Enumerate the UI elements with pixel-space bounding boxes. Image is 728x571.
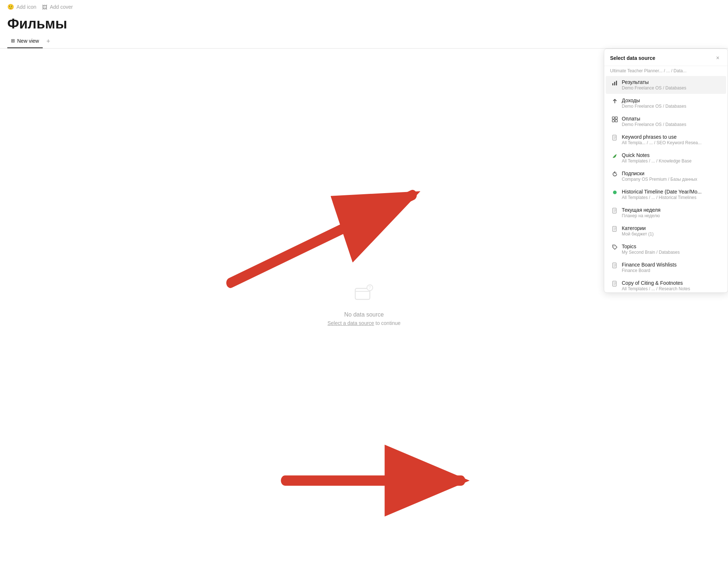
tab-new-view[interactable]: ⊞ New view (7, 35, 43, 48)
grid-icon (612, 116, 618, 123)
svg-rect-7 (616, 81, 617, 85)
list-item[interactable]: Подписки Company OS Premium / Базы данны… (606, 167, 726, 185)
list-item[interactable]: Finance Board Wishlists Finance Board (606, 258, 726, 276)
item-path: Планер на неделю (622, 213, 660, 218)
list-item[interactable]: Результаты Demo Freelance OS / Databases (606, 76, 726, 94)
item-name: Текущая неделя (622, 207, 660, 213)
list-item[interactable]: Keyword phrases to use All Templa... / .… (606, 131, 726, 149)
list-item[interactable]: Категории Мой бюджет (1) (606, 222, 726, 240)
item-path: Мой бюджет (1) (622, 231, 654, 237)
doc-icon (612, 280, 618, 287)
item-content: Оплаты Demo Freelance OS / Databases (622, 116, 686, 127)
page-title: Фильмы (0, 12, 728, 35)
select-data-source-link[interactable]: Select a data source (327, 320, 374, 326)
svg-rect-5 (612, 83, 613, 85)
item-content: Keyword phrases to use All Templa... / .… (622, 134, 702, 145)
doc-icon (612, 226, 618, 232)
truncated-item: Ultimate Teacher Planner... / ... / Data… (604, 66, 728, 76)
svg-rect-9 (615, 117, 617, 119)
svg-text:?: ? (368, 285, 371, 290)
item-name: Quick Notes (622, 152, 691, 158)
arrow-up-icon (612, 98, 618, 104)
dropdown-title: Select data source (610, 55, 655, 61)
item-content: Topics My Second Brain / Databases (622, 244, 680, 255)
tab-new-view-label: New view (17, 38, 39, 44)
add-cover-button[interactable]: 🖼 Add cover (42, 4, 73, 10)
add-tab-button[interactable]: + (43, 35, 54, 48)
item-path: Demo Freelance OS / Databases (622, 85, 686, 91)
doc-icon (612, 207, 618, 214)
item-name: Категории (622, 225, 654, 231)
item-name: Подписки (622, 170, 697, 176)
item-path: Demo Freelance OS / Databases (622, 104, 686, 109)
list-item[interactable]: Topics My Second Brain / Databases (606, 240, 726, 258)
list-item[interactable]: Historical Timeline (Date Year/Mo... All… (606, 185, 726, 203)
item-content: Доходы Demo Freelance OS / Databases (622, 97, 686, 109)
item-content: Copy of Citing & Footnotes All Templates… (622, 280, 690, 291)
doc-icon (612, 262, 618, 269)
close-button[interactable]: × (714, 54, 722, 62)
select-data-source-panel: Select data source × Ultimate Teacher Pl… (604, 49, 728, 293)
select-data-source-text: Select a data source to continue (327, 320, 401, 326)
list-item[interactable]: Quick Notes All Templates / ... / Knowle… (606, 149, 726, 167)
dropdown-header: Select data source × (604, 49, 728, 66)
list-item[interactable]: Текущая неделя Планер на неделю (606, 204, 726, 222)
svg-rect-6 (614, 82, 615, 85)
top-bar: 🙂 Add icon 🖼 Add cover (0, 0, 728, 12)
item-name: Оплаты (622, 116, 686, 122)
item-name: Topics (622, 244, 680, 249)
item-path: All Templates / ... / Knowledge Base (622, 158, 691, 164)
image-icon: 🖼 (42, 4, 47, 10)
list-item[interactable]: Copy of Citing & Footnotes All Templates… (606, 277, 726, 292)
item-path: Finance Board (622, 268, 677, 273)
item-name: Keyword phrases to use (622, 134, 702, 140)
leaf-icon (612, 153, 618, 159)
list-item[interactable]: Доходы Demo Freelance OS / Databases (606, 94, 726, 112)
item-name: Finance Board Wishlists (622, 262, 677, 268)
svg-rect-10 (612, 120, 614, 122)
item-name: Результаты (622, 79, 686, 85)
item-path: My Second Brain / Databases (622, 250, 680, 255)
item-content: Категории Мой бюджет (1) (622, 225, 654, 237)
no-data-icon: ? (354, 284, 374, 306)
item-name: Copy of Citing & Footnotes (622, 280, 690, 286)
tabs-bar: ⊞ New view + (0, 35, 728, 49)
add-icon-button[interactable]: 🙂 Add icon (7, 4, 36, 10)
item-path: All Templates / ... / Historical Timelin… (622, 195, 702, 200)
item-name: Доходы (622, 97, 686, 103)
tag-icon (612, 244, 618, 250)
item-path: Company OS Premium / Базы данных (622, 177, 697, 182)
add-cover-label: Add cover (50, 4, 73, 10)
svg-rect-11 (615, 120, 617, 122)
refresh-icon (612, 171, 618, 177)
list-item[interactable]: Оплаты Demo Freelance OS / Databases (606, 112, 726, 130)
add-icon-label: Add icon (16, 4, 36, 10)
table-icon: ⊞ (11, 38, 15, 43)
main-content: ? No data source Select a data source to… (0, 49, 728, 561)
doc-icon (612, 134, 618, 141)
item-content: Finance Board Wishlists Finance Board (622, 262, 677, 273)
item-content: Результаты Demo Freelance OS / Databases (622, 79, 686, 91)
no-data-title: No data source (344, 311, 384, 318)
item-content: Подписки Company OS Premium / Базы данны… (622, 170, 697, 182)
dropdown-list: Ultimate Teacher Planner... / ... / Data… (604, 66, 728, 292)
item-content: Текущая неделя Планер на неделю (622, 207, 660, 218)
svg-point-15 (614, 246, 614, 247)
smiley-icon: 🙂 (7, 4, 14, 10)
item-path: All Templates / ... / Research Notes (622, 286, 690, 291)
item-name: Historical Timeline (Date Year/Mo... (622, 189, 702, 195)
empty-suffix: to continue (374, 320, 401, 326)
green-circle-icon (612, 189, 618, 196)
item-path: Demo Freelance OS / Databases (622, 122, 686, 127)
bar-chart-icon (612, 80, 618, 86)
item-path: All Templa... / ... / SEO Keyword Resea.… (622, 140, 702, 145)
svg-rect-8 (612, 117, 614, 119)
item-content: Historical Timeline (Date Year/Mo... All… (622, 189, 702, 200)
item-content: Quick Notes All Templates / ... / Knowle… (622, 152, 691, 164)
